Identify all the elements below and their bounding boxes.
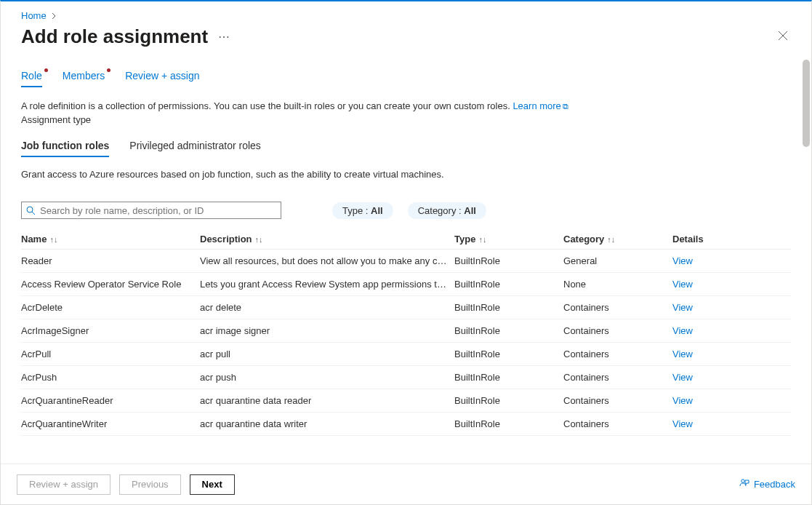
col-header-category[interactable]: Category↑↓: [563, 229, 672, 250]
cell-name: AcrQuarantineWriter: [21, 413, 200, 436]
cell-details: View: [672, 250, 791, 273]
col-header-description[interactable]: Description↑↓: [200, 229, 454, 250]
cell-details: View: [672, 366, 791, 389]
cell-details: View: [672, 273, 791, 296]
assignment-type-tabs: Job function roles Privileged administra…: [21, 140, 791, 157]
subtab-job-function[interactable]: Job function roles: [21, 140, 109, 157]
col-header-type[interactable]: Type↑↓: [454, 229, 563, 250]
tab-label: Role: [21, 70, 42, 81]
sort-icon: ↑↓: [478, 235, 486, 244]
cell-category: Containers: [563, 389, 672, 413]
sort-icon: ↑↓: [49, 235, 57, 244]
cell-category: Containers: [563, 413, 672, 436]
cell-description: acr image signer: [200, 319, 454, 343]
cell-name: AcrQuarantineReader: [21, 389, 200, 413]
cell-description: acr pull: [200, 343, 454, 366]
breadcrumb: Home: [21, 10, 791, 21]
cell-category: Containers: [563, 366, 672, 389]
filter-type-pill[interactable]: Type : All: [332, 202, 393, 219]
cell-details: View: [672, 319, 791, 343]
svg-point-0: [27, 207, 33, 212]
roles-table: Name↑↓ Description↑↓ Type↑↓ Category↑↓ D…: [21, 229, 791, 436]
sort-icon: ↑↓: [607, 235, 615, 244]
col-header-details: Details: [672, 229, 791, 250]
svg-line-1: [32, 212, 35, 215]
assignment-type-label: Assignment type: [21, 114, 791, 125]
review-assign-button[interactable]: Review + assign: [17, 474, 110, 495]
cell-details: View: [672, 343, 791, 366]
cell-description: Lets you grant Access Review System app …: [200, 273, 454, 296]
view-link[interactable]: View: [672, 279, 693, 290]
cell-category: Containers: [563, 296, 672, 319]
table-row[interactable]: AcrQuarantineReaderacr quarantine data r…: [21, 389, 791, 413]
cell-type: BuiltInRole: [454, 273, 563, 296]
previous-button[interactable]: Previous: [119, 474, 181, 495]
tab-label: Members: [63, 70, 105, 81]
next-button[interactable]: Next: [190, 474, 235, 495]
close-icon[interactable]: [775, 28, 791, 47]
cell-type: BuiltInRole: [454, 296, 563, 319]
cell-name: AcrPush: [21, 366, 200, 389]
cell-description: acr push: [200, 366, 454, 389]
svg-point-2: [741, 480, 744, 482]
feedback-link[interactable]: Feedback: [739, 478, 795, 490]
cell-name: AcrDelete: [21, 296, 200, 319]
search-input-wrapper[interactable]: [21, 202, 281, 219]
learn-more-link[interactable]: Learn more⧉: [512, 100, 568, 111]
tab-label: Review + assign: [125, 70, 199, 81]
feedback-icon: [739, 478, 749, 490]
page-title: Add role assignment: [21, 25, 208, 48]
filter-category-pill[interactable]: Category : All: [408, 202, 486, 219]
cell-category: None: [563, 273, 672, 296]
cell-description: acr quarantine data writer: [200, 413, 454, 436]
footer: Review + assign Previous Next Feedback: [1, 464, 811, 504]
view-link[interactable]: View: [672, 395, 693, 406]
cell-type: BuiltInRole: [454, 250, 563, 273]
tab-review[interactable]: Review + assign: [125, 70, 199, 87]
table-row[interactable]: AcrImageSigneracr image signerBuiltInRol…: [21, 319, 791, 343]
external-link-icon: ⧉: [563, 102, 568, 111]
view-link[interactable]: View: [672, 302, 693, 313]
cell-name: Access Review Operator Service Role: [21, 273, 200, 296]
view-link[interactable]: View: [672, 349, 693, 359]
table-row[interactable]: AcrPushacr pushBuiltInRoleContainersView: [21, 366, 791, 389]
table-row[interactable]: AcrQuarantineWriteracr quarantine data w…: [21, 413, 791, 436]
cell-type: BuiltInRole: [454, 389, 563, 413]
cell-description: acr delete: [200, 296, 454, 319]
table-row[interactable]: AcrPullacr pullBuiltInRoleContainersView: [21, 343, 791, 366]
cell-name: Reader: [21, 250, 200, 273]
more-icon[interactable]: ⋯: [218, 30, 230, 44]
grant-description: Grant access to Azure resources based on…: [21, 169, 791, 180]
view-link[interactable]: View: [672, 255, 693, 266]
required-dot-icon: [107, 68, 110, 72]
view-link[interactable]: View: [672, 372, 693, 383]
required-dot-icon: [44, 68, 48, 72]
table-row[interactable]: Access Review Operator Service RoleLets …: [21, 273, 791, 296]
table-row[interactable]: AcrDeleteacr deleteBuiltInRoleContainers…: [21, 296, 791, 319]
cell-description: acr quarantine data reader: [200, 389, 454, 413]
cell-type: BuiltInRole: [454, 319, 563, 343]
view-link[interactable]: View: [672, 325, 693, 336]
tab-role[interactable]: Role: [21, 70, 42, 87]
search-icon: [26, 206, 36, 215]
cell-name: AcrImageSigner: [21, 319, 200, 343]
scrollbar-thumb[interactable]: [803, 60, 810, 147]
cell-category: Containers: [563, 319, 672, 343]
cell-details: View: [672, 413, 791, 436]
cell-description: View all resources, but does not allow y…: [200, 250, 454, 273]
search-input[interactable]: [40, 205, 276, 216]
cell-type: BuiltInRole: [454, 366, 563, 389]
cell-details: View: [672, 389, 791, 413]
sort-icon: ↑↓: [255, 235, 263, 244]
cell-type: BuiltInRole: [454, 343, 563, 366]
view-link[interactable]: View: [672, 418, 693, 429]
subtab-privileged[interactable]: Privileged administrator roles: [129, 140, 261, 157]
tab-members[interactable]: Members: [63, 70, 105, 87]
col-header-name[interactable]: Name↑↓: [21, 229, 200, 250]
cell-category: General: [563, 250, 672, 273]
table-row[interactable]: ReaderView all resources, but does not a…: [21, 250, 791, 273]
tabs: Role Members Review + assign: [21, 70, 791, 87]
chevron-right-icon: [51, 13, 57, 19]
help-text: A role definition is a collection of per…: [21, 100, 791, 111]
breadcrumb-home[interactable]: Home: [21, 10, 47, 21]
